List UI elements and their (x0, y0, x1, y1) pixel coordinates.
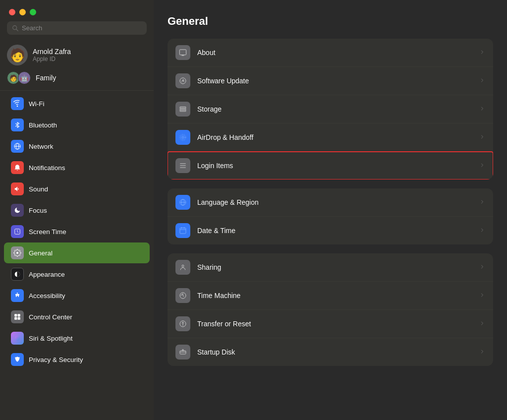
chevron-right-icon (479, 348, 485, 356)
sidebar-item-label-sound: Sound (29, 185, 48, 193)
sidebar-item-privacy[interactable]: Privacy & Security (4, 349, 150, 370)
airdrop-row-icon (175, 130, 190, 145)
sidebar-item-label-notifications: Notifications (29, 164, 65, 172)
language-row-icon (175, 195, 190, 210)
page-title: General (168, 15, 493, 28)
screentime-icon (11, 225, 24, 238)
network-icon (11, 140, 24, 153)
sidebar-item-label-appearance: Appearance (29, 271, 65, 278)
search-placeholder: Search (22, 24, 42, 32)
sidebar-item-network[interactable]: Network (4, 136, 150, 157)
settings-row-transfer[interactable]: Transfer or Reset (168, 310, 493, 338)
storage-row-icon (175, 102, 190, 117)
sidebar-item-siri[interactable]: Siri & Spotlight (4, 328, 150, 349)
sidebar-item-wifi[interactable]: Wi-Fi (4, 93, 150, 114)
svg-rect-12 (18, 317, 20, 320)
settings-row-softwareupdate[interactable]: Software Update (168, 67, 493, 95)
svg-line-1 (16, 29, 18, 31)
sidebar-item-label-focus: Focus (29, 207, 47, 214)
svg-rect-10 (18, 314, 20, 316)
sidebar-item-focus[interactable]: Focus (4, 200, 150, 221)
accessibility-icon (11, 289, 24, 302)
family-label: Family (36, 74, 56, 82)
chevron-right-icon (479, 198, 485, 206)
settings-row-label-startup: Startup Disk (197, 348, 472, 356)
settings-row-label-softwareupdate: Software Update (197, 77, 472, 85)
family-avatars: 🧑 🤖 (7, 71, 31, 84)
avatar: 🧑 (7, 45, 28, 65)
search-bar[interactable]: Search (7, 21, 147, 35)
siri-icon (11, 332, 24, 345)
chevron-right-icon (479, 105, 485, 113)
settings-row-datetime[interactable]: Date & Time (168, 217, 493, 244)
user-subtitle: Apple ID (33, 56, 71, 62)
sidebar-nav: Wi-FiBluetoothNetworkNotificationsSoundF… (0, 93, 154, 370)
svg-rect-19 (180, 109, 186, 110)
svg-point-13 (15, 336, 20, 341)
search-icon (12, 25, 19, 32)
svg-rect-20 (180, 110, 186, 112)
svg-point-34 (182, 265, 184, 267)
sidebar-item-label-controlcenter: Control Center (29, 313, 72, 321)
settings-row-startup[interactable]: Startup Disk (168, 338, 493, 366)
settings-group-group3: SharingTime MachineTransfer or ResetStar… (168, 253, 493, 366)
privacy-icon (11, 353, 24, 366)
svg-rect-18 (180, 107, 186, 108)
timemachine-row-icon (175, 288, 190, 303)
settings-row-label-sharing: Sharing (197, 263, 472, 271)
sidebar-item-label-general: General (29, 249, 53, 257)
sidebar-item-controlcenter[interactable]: Control Center (4, 306, 150, 327)
svg-rect-9 (14, 314, 17, 316)
softwareupdate-row-icon (175, 73, 190, 88)
sidebar-item-appearance[interactable]: Appearance (4, 264, 150, 285)
settings-row-label-login: Login Items (197, 162, 472, 170)
settings-group-group2: Language & RegionDate & Time (168, 188, 493, 244)
about-row-icon (175, 45, 190, 60)
svg-rect-14 (179, 50, 186, 55)
chevron-right-icon (479, 227, 485, 235)
chevron-right-icon (479, 292, 485, 300)
sound-icon (11, 182, 24, 195)
sidebar-item-label-screentime: Screen Time (29, 228, 66, 236)
sidebar-item-sound[interactable]: Sound (4, 179, 150, 199)
settings-row-label-transfer: Transfer or Reset (197, 320, 472, 328)
chevron-right-icon (479, 162, 485, 170)
sidebar-item-general[interactable]: General (4, 242, 150, 263)
sharing-row-icon (175, 260, 190, 275)
maximize-button[interactable] (30, 9, 36, 15)
user-section[interactable]: 🧑 Arnold Zafra Apple ID (0, 41, 154, 67)
sidebar-divider-1 (0, 90, 154, 91)
appearance-icon (11, 268, 24, 281)
login-row-icon (175, 158, 190, 173)
sidebar-item-screentime[interactable]: Screen Time (4, 221, 150, 242)
minimize-button[interactable] (19, 9, 26, 15)
settings-row-label-airdrop: AirDrop & Handoff (197, 133, 472, 141)
settings-row-language[interactable]: Language & Region (168, 188, 493, 217)
sidebar-item-bluetooth[interactable]: Bluetooth (4, 115, 150, 135)
chevron-right-icon (479, 77, 485, 85)
datetime-row-icon (175, 223, 190, 238)
user-info: Arnold Zafra Apple ID (33, 48, 71, 62)
sidebar-item-label-siri: Siri & Spotlight (29, 335, 73, 342)
settings-row-storage[interactable]: Storage (168, 95, 493, 123)
settings-row-label-language: Language & Region (197, 198, 472, 206)
sidebar-item-label-network: Network (29, 143, 54, 150)
settings-row-timemachine[interactable]: Time Machine (168, 282, 493, 310)
sidebar-item-notifications[interactable]: Notifications (4, 157, 150, 178)
settings-row-login[interactable]: Login Items (168, 152, 493, 180)
chevron-right-icon (479, 49, 485, 57)
sidebar-item-label-privacy: Privacy & Security (29, 356, 83, 363)
controlcenter-icon (11, 310, 24, 323)
svg-point-22 (180, 135, 185, 139)
settings-row-airdrop[interactable]: AirDrop & Handoff (168, 123, 493, 152)
settings-row-about[interactable]: About (168, 39, 493, 67)
general-icon (11, 246, 24, 259)
wifi-icon (11, 97, 24, 110)
family-section[interactable]: 🧑 🤖 Family (0, 67, 154, 88)
close-button[interactable] (9, 9, 15, 15)
svg-point-8 (17, 293, 18, 294)
sidebar-item-accessibility[interactable]: Accessibility (4, 285, 150, 306)
svg-point-21 (182, 136, 184, 138)
traffic-lights (0, 0, 154, 21)
settings-row-sharing[interactable]: Sharing (168, 253, 493, 282)
